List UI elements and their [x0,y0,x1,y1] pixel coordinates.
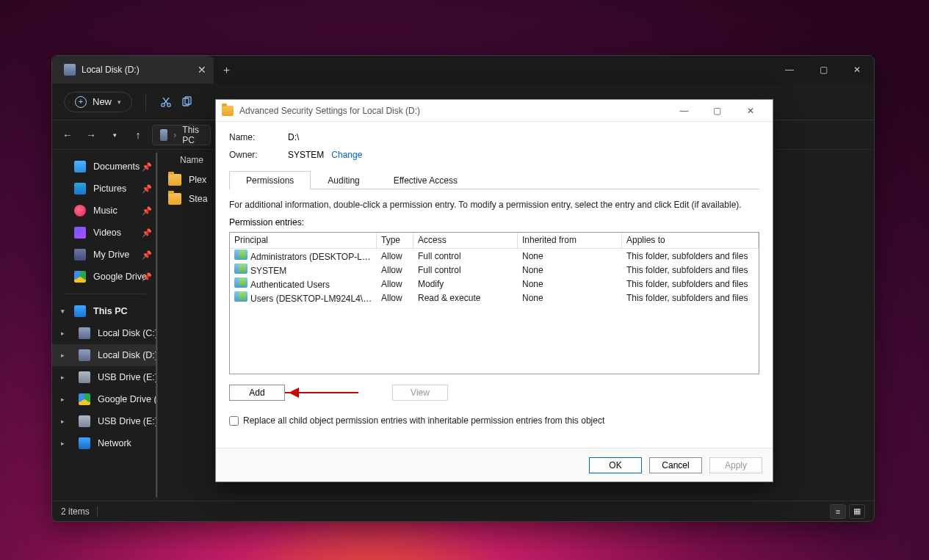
drive-icon [79,415,90,427]
sidebar-drive-item[interactable]: ▸USB Drive (E:) [52,410,158,432]
dialog-minimize-icon[interactable]: — [668,100,701,122]
cell-inherited: None [518,249,622,263]
pin-icon[interactable]: 📌 [142,272,152,282]
pin-icon[interactable]: 📌 [142,228,152,238]
chevron-down-icon: ▾ [118,98,121,106]
nav-up-icon[interactable]: ↑ [129,126,148,145]
view-details-icon[interactable]: ≡ [830,504,846,519]
sidebar-drive-item[interactable]: ▸Google Drive ( [52,388,158,410]
dialog-close-icon[interactable]: ✕ [734,100,767,122]
folder-name: Stea [189,194,208,204]
sidebar-drive-item[interactable]: ▸Local Disk (C:) [52,322,158,344]
maximize-button[interactable]: ▢ [806,56,840,84]
disk-icon [64,64,76,76]
cut-icon[interactable] [159,95,173,109]
explorer-tab[interactable]: Local Disk (D:) ✕ [52,56,214,84]
replace-checkbox[interactable] [229,416,239,426]
folder-icon [168,193,181,205]
owner-change-link[interactable]: Change [331,150,362,160]
col-name: Name [180,155,203,165]
col-principal[interactable]: Principal [230,233,377,248]
new-label: New [93,96,112,107]
pin-icon[interactable]: 📌 [142,250,152,260]
sidebar-drive-item[interactable]: ▸Local Disk (D:) [52,344,158,366]
nav-forward-icon[interactable]: → [82,126,101,145]
item-icon [74,271,86,283]
sidebar-quick-item[interactable]: Videos📌 [52,222,158,244]
users-icon [234,277,247,288]
col-inherited[interactable]: Inherited from [518,233,622,248]
item-icon [74,183,86,194]
tab-effective-access[interactable]: Effective Access [377,171,474,189]
copy-icon[interactable] [180,95,193,109]
view-large-icon[interactable]: ▦ [849,504,865,519]
col-applies[interactable]: Applies to [622,233,759,248]
sidebar-quick-item[interactable]: Documents📌 [52,156,158,178]
chevron-right-icon[interactable]: ▸ [61,352,65,359]
window-controls: — ▢ ✕ [773,56,874,84]
drive-icon [79,349,90,361]
permission-row[interactable]: Users (DESKTOP-LM924L4\Users)AllowRead &… [230,291,759,305]
chevron-right-icon[interactable]: ▸ [61,396,65,403]
chevron-right-icon[interactable]: ▸ [61,440,65,447]
view-button[interactable]: View [392,385,448,401]
folder-name: Plex [189,175,206,185]
new-button[interactable]: + New ▾ [64,92,132,112]
sidebar-quick-item[interactable]: My Drive📌 [52,244,158,266]
item-icon [74,161,86,172]
chevron-down-icon[interactable]: ▾ [61,308,65,315]
drive-label: USB Drive (E:) [98,372,158,382]
permission-table[interactable]: Principal Type Access Inherited from App… [229,232,759,374]
sidebar-quick-item[interactable]: Music📌 [52,200,158,222]
minimize-button[interactable]: — [773,56,806,84]
item-label: Pictures [93,183,126,194]
ok-button[interactable]: OK [589,457,642,473]
chevron-right-icon[interactable]: ▸ [61,374,65,381]
name-label: Name: [229,132,288,142]
address-bar[interactable]: › This PC [152,125,211,145]
explorer-tabbar: Local Disk (D:) ✕ ＋ — ▢ ✕ [52,56,874,84]
tab-title: Local Disk (D:) [82,65,140,75]
dialog-title: Advanced Security Settings for Local Dis… [239,106,420,116]
sidebar-quick-item[interactable]: Pictures📌 [52,178,158,200]
sidebar-this-pc[interactable]: ▾ This PC [52,300,158,322]
chevron-right-icon[interactable]: ▸ [61,330,65,337]
chevron-right-icon[interactable]: ▸ [61,418,65,425]
network-icon [79,437,90,449]
cancel-button[interactable]: Cancel [649,457,702,473]
owner-label: Owner: [229,150,288,160]
this-pc-label: This PC [93,306,128,316]
users-icon [234,291,247,302]
tab-permissions[interactable]: Permissions [229,171,311,189]
col-type[interactable]: Type [377,233,413,248]
status-text: 2 items [61,506,90,517]
close-button[interactable]: ✕ [840,56,874,84]
cell-access: Read & execute [413,291,518,305]
sidebar-network[interactable]: ▸ Network [52,432,158,454]
dialog-titlebar[interactable]: Advanced Security Settings for Local Dis… [216,100,773,122]
new-tab-button[interactable]: ＋ [214,56,239,84]
table-header: Principal Type Access Inherited from App… [230,233,759,249]
replace-checkbox-row[interactable]: Replace all child object permission entr… [229,415,759,426]
pin-icon[interactable]: 📌 [142,206,152,216]
permission-buttons: Add Remove View [229,385,759,401]
item-icon [74,227,86,239]
tab-auditing[interactable]: Auditing [311,171,376,189]
drive-icon [79,327,90,339]
cell-inherited: None [518,291,622,305]
add-button[interactable]: Add [229,385,285,401]
explorer-sidebar: Documents📌Pictures📌Music📌Videos📌My Drive… [52,150,158,501]
sidebar-quick-item[interactable]: Google Drive📌 [52,266,158,288]
col-access[interactable]: Access [413,233,518,248]
drive-label: Local Disk (C:) [98,328,158,338]
sidebar-drive-item[interactable]: ▸USB Drive (E:) [52,366,158,388]
nav-recent-icon[interactable]: ▾ [105,126,124,145]
pin-icon[interactable]: 📌 [142,184,152,194]
dialog-maximize-icon[interactable]: ▢ [701,100,734,122]
cell-type: Allow [377,263,413,277]
apply-button[interactable]: Apply [709,457,762,473]
pin-icon[interactable]: 📌 [142,162,152,172]
tab-close-icon[interactable]: ✕ [198,64,206,76]
nav-back-icon[interactable]: ← [58,126,77,145]
cell-applies: This folder, subfolders and files [622,249,759,263]
